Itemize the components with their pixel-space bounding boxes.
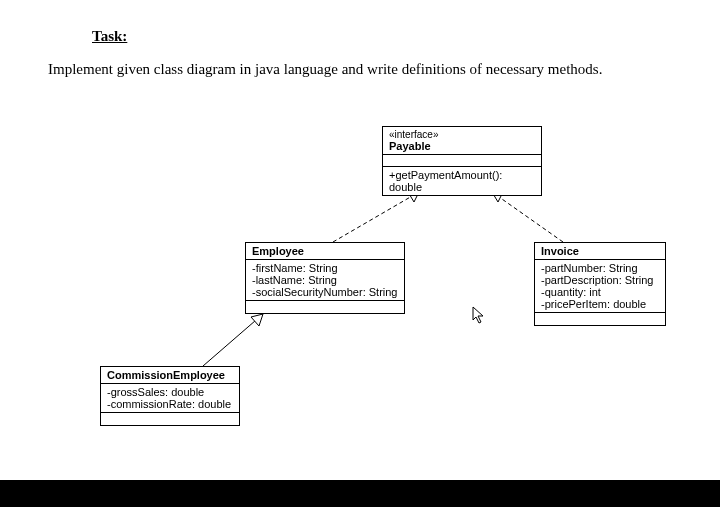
task-heading: Task:	[92, 28, 686, 45]
task-instruction: Implement given class diagram in java la…	[48, 55, 680, 84]
page: Task: Implement given class diagram in j…	[0, 0, 720, 480]
footer-bar	[0, 480, 720, 507]
